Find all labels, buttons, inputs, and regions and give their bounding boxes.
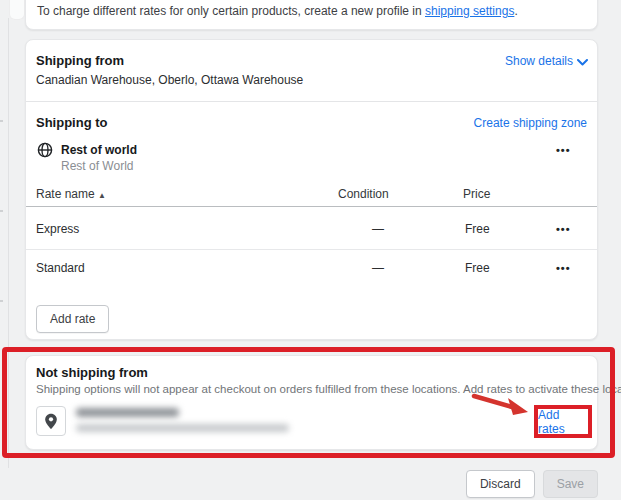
not-shipping-from-title: Not shipping from [36,365,148,380]
profile-notice-text: To charge different rates for only certa… [37,4,518,18]
footer-action-bar: Discard Save [0,470,598,498]
notice-text-before: To charge different rates for only certa… [37,4,425,18]
condition-cell: — [372,222,384,236]
not-shipping-from-card: Not shipping from Shipping options will … [25,355,598,450]
globe-icon [37,142,53,158]
shipping-from-locations: Canadian Warehouse, Oberlo, Ottawa Wareh… [36,73,303,87]
rate-name-cell: Standard [36,261,85,275]
price-cell: Free [465,222,490,236]
page-edge-mark [0,120,3,122]
page-edge-mark [0,300,3,302]
page-edge-divider [8,18,9,468]
shipping-profile-page: { "notice": { "text_before": "To charge … [0,0,621,500]
add-rates-link[interactable]: Add rates [538,408,588,436]
condition-cell: — [372,261,384,275]
shipping-from-title: Shipping from [36,53,124,68]
column-header-condition: Condition [338,187,389,201]
section-divider [26,101,597,102]
add-rate-button[interactable]: Add rate [36,305,109,333]
location-pin-icon [44,413,58,430]
notice-text-after: . [514,4,517,18]
sort-ascending-icon: ▲ [98,191,106,200]
page-edge-card-fragment [9,0,25,20]
page-edge-mark [0,210,3,212]
shipping-settings-link[interactable]: shipping settings [425,4,514,18]
zone-more-actions-icon[interactable]: ••• [556,144,571,156]
rate-name-header-label: Rate name [36,187,95,201]
rate-more-actions-icon[interactable]: ••• [556,223,571,235]
zone-description: Rest of World [61,159,133,173]
rate-more-actions-icon[interactable]: ••• [556,262,571,274]
rate-name-cell: Express [36,222,79,236]
redacted-location-name [76,408,179,417]
price-cell: Free [465,261,490,275]
shipping-card: Shipping from Show details Canadian Ware… [25,39,598,340]
zone-name: Rest of world [61,143,137,157]
show-details-link[interactable]: Show details [505,54,573,68]
table-header-border [26,206,597,207]
location-icon-box [36,406,66,436]
discard-button[interactable]: Discard [466,470,535,498]
profile-notice-card: To charge different rates for only certa… [25,0,598,30]
create-shipping-zone-link[interactable]: Create shipping zone [474,116,587,130]
column-header-rate-name[interactable]: Rate name ▲ [36,187,106,201]
redacted-location-address [76,424,289,432]
save-button[interactable]: Save [543,470,598,498]
table-row-border [26,249,597,250]
not-shipping-from-description: Shipping options will not appear at chec… [36,383,621,395]
shipping-to-title: Shipping to [36,115,107,130]
add-rates-annotation-box: Add rates [534,405,592,438]
column-header-price: Price [463,187,490,201]
chevron-down-icon[interactable] [577,59,588,66]
